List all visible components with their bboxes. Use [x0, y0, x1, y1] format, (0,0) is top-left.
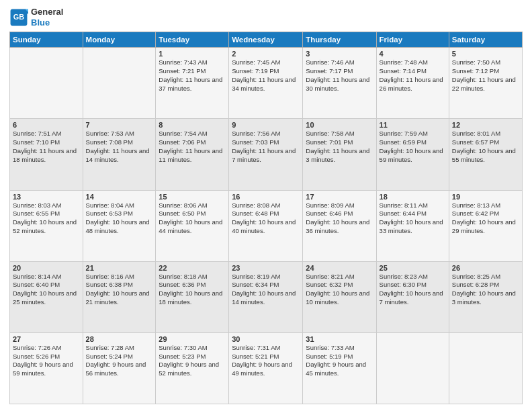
logo-line1: General — [31, 7, 63, 17]
day-number: 21 — [86, 264, 153, 272]
day-info: Sunrise: 8:11 AM Sunset: 6:44 PM Dayligh… — [380, 201, 446, 236]
calendar-cell — [10, 48, 83, 119]
calendar-cell — [376, 332, 449, 404]
day-info: Sunrise: 7:58 AM Sunset: 7:01 PM Dayligh… — [306, 130, 373, 164]
calendar-cell: 23Sunrise: 8:19 AM Sunset: 6:34 PM Dayli… — [229, 261, 303, 332]
logo: GB General Blue — [9, 7, 63, 28]
day-info: Sunrise: 7:45 AM Sunset: 7:19 PM Dayligh… — [232, 58, 300, 93]
calendar-cell: 24Sunrise: 8:21 AM Sunset: 6:32 PM Dayli… — [303, 261, 376, 332]
day-info: Sunrise: 7:30 AM Sunset: 5:23 PM Dayligh… — [159, 344, 226, 378]
day-number: 22 — [159, 264, 226, 272]
day-info: Sunrise: 8:18 AM Sunset: 6:36 PM Dayligh… — [159, 273, 226, 307]
calendar-cell: 4Sunrise: 7:48 AM Sunset: 7:14 PM Daylig… — [376, 48, 449, 119]
day-number: 13 — [13, 193, 80, 201]
column-header-thursday: Thursday — [303, 32, 376, 48]
calendar-cell: 18Sunrise: 8:11 AM Sunset: 6:44 PM Dayli… — [376, 190, 449, 261]
calendar-cell: 21Sunrise: 8:16 AM Sunset: 6:38 PM Dayli… — [83, 261, 156, 332]
day-info: Sunrise: 7:53 AM Sunset: 7:08 PM Dayligh… — [86, 130, 153, 164]
calendar-cell — [449, 332, 522, 404]
calendar-cell: 7Sunrise: 7:53 AM Sunset: 7:08 PM Daylig… — [83, 119, 156, 190]
day-number: 29 — [159, 335, 226, 343]
day-info: Sunrise: 7:33 AM Sunset: 5:19 PM Dayligh… — [306, 344, 373, 378]
day-info: Sunrise: 8:16 AM Sunset: 6:38 PM Dayligh… — [86, 273, 153, 307]
day-info: Sunrise: 7:51 AM Sunset: 7:10 PM Dayligh… — [13, 130, 80, 164]
day-number: 25 — [380, 264, 446, 272]
calendar-cell: 26Sunrise: 8:25 AM Sunset: 6:28 PM Dayli… — [449, 261, 522, 332]
calendar-cell: 28Sunrise: 7:28 AM Sunset: 5:24 PM Dayli… — [83, 332, 156, 404]
week-row-2: 6Sunrise: 7:51 AM Sunset: 7:10 PM Daylig… — [10, 119, 523, 190]
day-number: 16 — [232, 193, 300, 201]
svg-text:GB: GB — [13, 13, 24, 21]
day-info: Sunrise: 8:25 AM Sunset: 6:28 PM Dayligh… — [452, 273, 519, 307]
day-info: Sunrise: 7:50 AM Sunset: 7:12 PM Dayligh… — [452, 58, 519, 93]
calendar-header-row: SundayMondayTuesdayWednesdayThursdayFrid… — [10, 32, 523, 48]
day-number: 7 — [86, 121, 153, 129]
calendar-cell: 20Sunrise: 8:14 AM Sunset: 6:40 PM Dayli… — [10, 261, 83, 332]
calendar-cell — [83, 48, 156, 119]
calendar-cell: 15Sunrise: 8:06 AM Sunset: 6:50 PM Dayli… — [156, 190, 229, 261]
calendar-cell: 11Sunrise: 7:59 AM Sunset: 6:59 PM Dayli… — [376, 119, 449, 190]
day-number: 4 — [380, 50, 446, 58]
day-number: 28 — [86, 335, 153, 343]
calendar-cell: 16Sunrise: 8:08 AM Sunset: 6:48 PM Dayli… — [229, 190, 303, 261]
day-number: 24 — [306, 264, 373, 272]
calendar-cell: 14Sunrise: 8:04 AM Sunset: 6:53 PM Dayli… — [83, 190, 156, 261]
day-number: 30 — [232, 335, 300, 343]
day-number: 20 — [13, 264, 80, 272]
calendar-cell: 10Sunrise: 7:58 AM Sunset: 7:01 PM Dayli… — [303, 119, 376, 190]
day-number: 9 — [232, 121, 300, 129]
calendar-cell: 12Sunrise: 8:01 AM Sunset: 6:57 PM Dayli… — [449, 119, 522, 190]
calendar-cell: 17Sunrise: 8:09 AM Sunset: 6:46 PM Dayli… — [303, 190, 376, 261]
calendar-cell: 8Sunrise: 7:54 AM Sunset: 7:06 PM Daylig… — [156, 119, 229, 190]
day-number: 31 — [306, 335, 373, 343]
day-number: 3 — [306, 50, 373, 58]
day-info: Sunrise: 8:13 AM Sunset: 6:42 PM Dayligh… — [452, 201, 519, 236]
day-info: Sunrise: 8:08 AM Sunset: 6:48 PM Dayligh… — [232, 201, 300, 236]
calendar-cell: 2Sunrise: 7:45 AM Sunset: 7:19 PM Daylig… — [229, 48, 303, 119]
day-number: 5 — [452, 50, 519, 58]
week-row-3: 13Sunrise: 8:03 AM Sunset: 6:55 PM Dayli… — [10, 190, 523, 261]
calendar-table: SundayMondayTuesdayWednesdayThursdayFrid… — [9, 32, 523, 404]
day-number: 8 — [159, 121, 226, 129]
day-info: Sunrise: 7:56 AM Sunset: 7:03 PM Dayligh… — [232, 130, 300, 164]
calendar-cell: 19Sunrise: 8:13 AM Sunset: 6:42 PM Dayli… — [449, 190, 522, 261]
calendar-cell: 13Sunrise: 8:03 AM Sunset: 6:55 PM Dayli… — [10, 190, 83, 261]
main-container: GB General Blue SundayMondayTuesdayWedne… — [0, 0, 532, 411]
day-info: Sunrise: 7:54 AM Sunset: 7:06 PM Dayligh… — [159, 130, 226, 164]
week-row-5: 27Sunrise: 7:26 AM Sunset: 5:26 PM Dayli… — [10, 332, 523, 404]
day-number: 26 — [452, 264, 519, 272]
day-info: Sunrise: 8:03 AM Sunset: 6:55 PM Dayligh… — [13, 201, 80, 236]
calendar-cell: 31Sunrise: 7:33 AM Sunset: 5:19 PM Dayli… — [303, 332, 376, 404]
calendar-cell: 27Sunrise: 7:26 AM Sunset: 5:26 PM Dayli… — [10, 332, 83, 404]
day-info: Sunrise: 8:14 AM Sunset: 6:40 PM Dayligh… — [13, 273, 80, 307]
day-number: 10 — [306, 121, 373, 129]
week-row-4: 20Sunrise: 8:14 AM Sunset: 6:40 PM Dayli… — [10, 261, 523, 332]
day-number: 27 — [13, 335, 80, 343]
day-number: 17 — [306, 193, 373, 201]
day-info: Sunrise: 8:06 AM Sunset: 6:50 PM Dayligh… — [159, 201, 226, 236]
day-number: 2 — [232, 50, 300, 58]
day-number: 19 — [452, 193, 519, 201]
week-row-1: 1Sunrise: 7:43 AM Sunset: 7:21 PM Daylig… — [10, 48, 523, 119]
day-number: 1 — [159, 50, 226, 58]
header: GB General Blue — [9, 7, 523, 28]
day-info: Sunrise: 8:01 AM Sunset: 6:57 PM Dayligh… — [452, 130, 519, 164]
calendar-cell: 29Sunrise: 7:30 AM Sunset: 5:23 PM Dayli… — [156, 332, 229, 404]
day-number: 11 — [380, 121, 446, 129]
calendar-cell: 9Sunrise: 7:56 AM Sunset: 7:03 PM Daylig… — [229, 119, 303, 190]
day-number: 12 — [452, 121, 519, 129]
day-info: Sunrise: 8:09 AM Sunset: 6:46 PM Dayligh… — [306, 201, 373, 236]
day-number: 18 — [380, 193, 446, 201]
column-header-tuesday: Tuesday — [156, 32, 229, 48]
logo-icon: GB — [9, 8, 28, 27]
day-info: Sunrise: 8:04 AM Sunset: 6:53 PM Dayligh… — [86, 201, 153, 236]
calendar-cell: 22Sunrise: 8:18 AM Sunset: 6:36 PM Dayli… — [156, 261, 229, 332]
day-number: 14 — [86, 193, 153, 201]
day-number: 15 — [159, 193, 226, 201]
column-header-wednesday: Wednesday — [229, 32, 303, 48]
logo-line2: Blue — [31, 17, 63, 28]
day-info: Sunrise: 8:23 AM Sunset: 6:30 PM Dayligh… — [380, 273, 446, 307]
day-info: Sunrise: 7:48 AM Sunset: 7:14 PM Dayligh… — [380, 58, 446, 93]
day-info: Sunrise: 7:59 AM Sunset: 6:59 PM Dayligh… — [380, 130, 446, 164]
day-info: Sunrise: 7:28 AM Sunset: 5:24 PM Dayligh… — [86, 344, 153, 378]
